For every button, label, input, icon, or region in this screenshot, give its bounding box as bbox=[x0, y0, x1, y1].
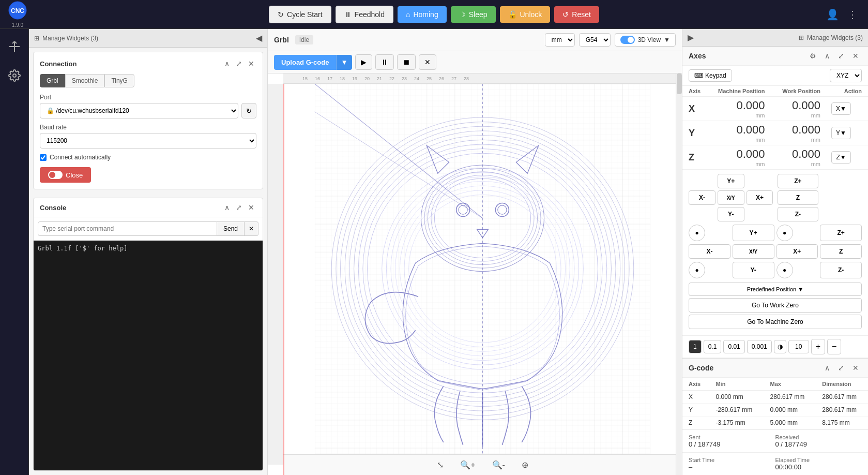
gcode-close-btn[interactable]: ✕ bbox=[849, 363, 862, 373]
step-plus-button[interactable]: + bbox=[811, 339, 825, 354]
keypad-button[interactable]: ⌨ Keypad bbox=[689, 69, 732, 82]
console-send-button[interactable]: Send bbox=[217, 221, 245, 236]
z-center-button[interactable]: Z bbox=[778, 190, 819, 205]
feedhold-button[interactable]: ⏸ Feedhold bbox=[336, 6, 393, 23]
jog-icon-btn-5[interactable]: ● bbox=[689, 262, 705, 278]
upload-dropdown-button[interactable]: ▼ bbox=[336, 55, 352, 70]
zoom-in-button[interactable]: 🔍+ bbox=[456, 458, 479, 472]
sidebar-axes-icon[interactable] bbox=[5, 37, 24, 56]
viz-content[interactable]: G-code: github.gcode bbox=[283, 84, 682, 465]
workspace-select[interactable]: G54 bbox=[579, 33, 611, 47]
pause-button[interactable]: ⏸ bbox=[375, 54, 394, 70]
jog-icon-btn-1[interactable]: ● bbox=[689, 225, 705, 241]
jog-z[interactable]: Z bbox=[820, 244, 862, 259]
zoom-out-button[interactable]: 🔍- bbox=[488, 458, 509, 472]
gcode-collapse-btn[interactable]: ∧ bbox=[821, 363, 833, 373]
connection-close-btn[interactable]: ✕ bbox=[246, 58, 256, 69]
xyz-select[interactable]: XYZ bbox=[830, 69, 862, 82]
unit-select[interactable]: mm bbox=[545, 33, 575, 47]
user-icon[interactable]: 👤 bbox=[826, 8, 839, 21]
auto-connect-checkbox[interactable] bbox=[40, 154, 47, 161]
x-minus-button[interactable]: X- bbox=[689, 190, 715, 205]
console-input[interactable] bbox=[38, 221, 217, 236]
axes-expand-btn[interactable]: ⤢ bbox=[835, 51, 847, 61]
connection-collapse-btn[interactable]: ∧ bbox=[222, 58, 232, 69]
reset-button[interactable]: ↺ Reset bbox=[554, 6, 599, 23]
axes-widget-header: Axes ⚙ ∧ ⤢ ✕ bbox=[682, 47, 868, 66]
port-select[interactable]: 🔒 /dev/cu.wchusbserialfd120 bbox=[40, 103, 238, 118]
collapse-panel-button[interactable]: ◀ bbox=[256, 33, 262, 43]
console-expand-btn[interactable]: ⤢ bbox=[234, 202, 244, 213]
go-to-work-zero-button[interactable]: Go To Work Zero bbox=[689, 298, 862, 313]
z-plus-button[interactable]: Z+ bbox=[778, 174, 819, 188]
step-minus-button[interactable]: − bbox=[827, 339, 841, 354]
vertical-scrollbar[interactable] bbox=[676, 73, 682, 475]
jog-x-minus[interactable]: X- bbox=[689, 244, 730, 259]
stop-button[interactable]: ⏹ bbox=[397, 54, 416, 70]
connection-close-button[interactable]: Close bbox=[40, 167, 91, 183]
gcode-expand-btn[interactable]: ⤢ bbox=[835, 363, 847, 373]
jog-z-minus[interactable]: Z- bbox=[820, 262, 862, 278]
console-collapse-btn[interactable]: ∧ bbox=[222, 202, 232, 213]
feed-input[interactable] bbox=[788, 340, 809, 353]
jog-icon-btn-3[interactable]: ● bbox=[776, 225, 793, 241]
xy-button[interactable]: X/Y bbox=[718, 190, 744, 205]
axes-collapse-btn[interactable]: ∧ bbox=[821, 51, 833, 61]
jog-icon-btn-6[interactable]: ● bbox=[776, 262, 793, 278]
predefined-position-button[interactable]: Predefined Position ▼ bbox=[689, 283, 862, 296]
z-action-button[interactable]: Z▼ bbox=[831, 151, 850, 164]
tab-tinyg[interactable]: TinyG bbox=[104, 74, 134, 87]
step-1-button[interactable]: 1 bbox=[689, 340, 702, 353]
connection-tabs: Grbl Smoothie TinyG bbox=[40, 74, 256, 87]
3d-toggle-switch bbox=[620, 36, 635, 44]
y-plus-button[interactable]: Y+ bbox=[718, 174, 744, 188]
play-button[interactable]: ▶ bbox=[355, 54, 372, 70]
x-plus-button[interactable]: X+ bbox=[747, 190, 773, 205]
x-action-button[interactable]: X▼ bbox=[831, 102, 851, 115]
right-widgets-icon: ⊞ bbox=[799, 34, 804, 41]
step-contrast-button[interactable]: ◑ bbox=[774, 340, 786, 353]
expand-right-button[interactable]: ▶ bbox=[688, 33, 694, 42]
console-clear-button[interactable]: ✕ bbox=[245, 221, 258, 236]
go-to-machine-zero-button[interactable]: Go To Machine Zero bbox=[689, 315, 862, 329]
sidebar-settings-icon[interactable] bbox=[5, 66, 24, 85]
step-001-button[interactable]: 0.01 bbox=[723, 340, 744, 353]
position-line-v bbox=[283, 84, 284, 475]
manage-widgets-button[interactable]: ⊞ Manage Widgets (3) bbox=[34, 35, 98, 42]
unlock-button[interactable]: 🔓 Unlock bbox=[500, 6, 551, 23]
jog-icon-btn-4[interactable]: Z+ bbox=[820, 225, 862, 241]
y-action-button[interactable]: Y▼ bbox=[831, 127, 851, 139]
tab-smoothie[interactable]: Smoothie bbox=[65, 74, 105, 87]
axes-close-btn[interactable]: ✕ bbox=[849, 51, 862, 61]
right-manage-widgets-button[interactable]: ⊞ Manage Widgets (3) bbox=[799, 34, 863, 41]
port-refresh-button[interactable]: ↻ bbox=[241, 103, 256, 118]
more-icon[interactable]: ⋮ bbox=[847, 8, 858, 21]
jog-icon-btn-2[interactable]: Y+ bbox=[733, 225, 774, 241]
tab-grbl[interactable]: Grbl bbox=[40, 74, 65, 87]
y-minus-button[interactable]: Y- bbox=[718, 207, 744, 221]
jog-y-minus[interactable]: Y- bbox=[733, 262, 774, 278]
cycle-start-button[interactable]: ↻ Cycle Start bbox=[269, 6, 331, 23]
gcode-header-actions: ∧ ⤢ ✕ bbox=[821, 363, 862, 373]
jog-x-plus[interactable]: X+ bbox=[776, 244, 818, 259]
console-output: Grbl 1.1f ['$' for help] bbox=[34, 241, 263, 470]
sleep-button[interactable]: ☽ Sleep bbox=[451, 6, 496, 23]
fit-to-screen-button[interactable]: ⤡ bbox=[433, 458, 448, 472]
homing-button[interactable]: ⌂ Homing bbox=[398, 6, 447, 23]
view-toggle[interactable]: 3D View ▼ bbox=[615, 33, 676, 47]
baud-select[interactable]: 115200 bbox=[40, 133, 256, 149]
step-01-button[interactable]: 0.1 bbox=[704, 340, 722, 353]
z-minus-button[interactable]: Z- bbox=[778, 207, 819, 221]
scrollbar-thumb[interactable] bbox=[677, 73, 682, 94]
reset-view-button[interactable]: ⊕ bbox=[517, 458, 532, 472]
upload-gcode-button[interactable]: Upload G-code bbox=[274, 55, 336, 70]
axes-settings-btn[interactable]: ⚙ bbox=[806, 51, 819, 61]
gcode-row-z: Z -3.175 mm 5.000 mm 8.175 mm bbox=[682, 417, 868, 429]
connection-expand-btn[interactable]: ⤢ bbox=[234, 58, 244, 69]
console-title: Console bbox=[40, 204, 66, 212]
console-close-btn[interactable]: ✕ bbox=[246, 202, 256, 213]
close-gcode-button[interactable]: ✕ bbox=[419, 54, 436, 70]
step-0001-button[interactable]: 0.001 bbox=[747, 340, 772, 353]
jog-xy[interactable]: X/Y bbox=[733, 244, 774, 259]
jog-section: Y+ X- X/Y X+ Y- Z+ bbox=[682, 170, 868, 336]
